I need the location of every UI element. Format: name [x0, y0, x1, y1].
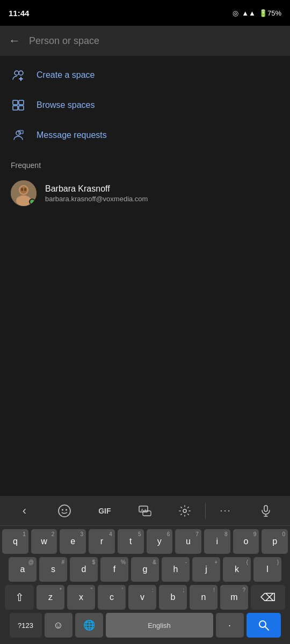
keyboard-back-btn[interactable]: ‹	[4, 496, 45, 525]
key-b[interactable]: ;b	[159, 585, 187, 610]
svg-point-28	[259, 621, 266, 627]
settings-btn[interactable]	[165, 496, 205, 525]
contact-name: Barbara Krasnoff	[45, 184, 279, 194]
key-g[interactable]: &g	[131, 557, 159, 582]
svg-point-1	[19, 71, 23, 75]
svg-point-15	[21, 188, 23, 191]
keyboard-row-4: ?123 ☺ 🌐 English ·	[2, 613, 288, 638]
create-space-label: Create a space	[37, 70, 95, 80]
key-o[interactable]: 9o	[233, 529, 259, 554]
key-w[interactable]: 2w	[31, 529, 57, 554]
translate-btn[interactable]: A あ	[125, 496, 165, 525]
key-f[interactable]: %f	[100, 557, 128, 582]
browse-spaces-icon	[11, 98, 26, 113]
svg-text:?: ?	[20, 130, 22, 134]
mic-btn[interactable]	[245, 496, 286, 525]
svg-point-0	[15, 71, 19, 75]
keyboard-row-3: ⇧ *z "x 'c :v ;b !n ?m ⌫	[2, 585, 288, 610]
key-y[interactable]: 6y	[147, 529, 173, 554]
svg-rect-7	[19, 106, 24, 110]
svg-point-19	[66, 509, 67, 510]
message-requests-icon: ?	[11, 128, 26, 143]
avatar	[11, 180, 37, 206]
svg-rect-4	[13, 100, 18, 105]
keyboard: ‹ GIF A あ ···	[0, 496, 290, 644]
svg-point-16	[24, 188, 26, 191]
key-shift[interactable]: ⇧	[5, 585, 34, 610]
svg-rect-6	[13, 106, 18, 110]
gif-btn[interactable]: GIF	[84, 496, 125, 525]
notification-icon: ◎	[233, 9, 238, 17]
key-s[interactable]: #s	[39, 557, 67, 582]
frequent-header: Frequent	[0, 155, 290, 174]
status-bar: 11:44 ◎ ▲▲ 🔋75%	[0, 0, 290, 26]
key-k[interactable]: (k	[223, 557, 251, 582]
key-symbols[interactable]: ?123	[10, 613, 42, 638]
keyboard-row-2: @a #s $d %f &g -h +j (k )l	[2, 557, 288, 582]
status-icons: ◎ ▲▲ 🔋75%	[233, 9, 281, 17]
key-v[interactable]: :v	[128, 585, 156, 610]
create-space-icon	[11, 68, 26, 83]
svg-point-24	[183, 509, 186, 513]
key-z[interactable]: *z	[37, 585, 64, 610]
contact-info: Barbara Krasnoff barbara.krasnoff@voxmed…	[45, 184, 279, 203]
svg-point-17	[59, 505, 70, 517]
svg-point-18	[62, 509, 63, 510]
menu-item-create-space[interactable]: Create a space	[0, 60, 290, 90]
key-h[interactable]: -h	[162, 557, 190, 582]
key-period[interactable]: ·	[216, 613, 244, 638]
emoji-btn[interactable]	[45, 496, 85, 525]
signal-icon: ▲▲	[242, 9, 256, 17]
key-language[interactable]: 🌐	[75, 613, 103, 638]
keyboard-toolbar: ‹ GIF A あ ···	[0, 496, 290, 526]
battery-icon: 🔋75%	[259, 9, 281, 17]
status-time: 11:44	[9, 9, 29, 18]
more-btn[interactable]: ···	[206, 496, 246, 525]
keyboard-row-1: 1q 2w 3e 4r 5t 6y 7u 8i 9o 0p	[2, 529, 288, 554]
svg-point-14	[20, 186, 27, 194]
browse-spaces-label: Browse spaces	[37, 100, 95, 110]
key-t[interactable]: 5t	[118, 529, 144, 554]
svg-rect-5	[19, 100, 24, 105]
key-q[interactable]: 1q	[2, 529, 28, 554]
key-a[interactable]: @a	[9, 557, 37, 582]
key-j[interactable]: +j	[192, 557, 220, 582]
key-r[interactable]: 4r	[89, 529, 115, 554]
menu-list: Create a space Browse spaces ? Message r…	[0, 56, 290, 155]
key-l[interactable]: )l	[253, 557, 281, 582]
contact-item[interactable]: Barbara Krasnoff barbara.krasnoff@voxmed…	[0, 174, 290, 213]
search-bar[interactable]: ← Person or space	[0, 26, 290, 56]
key-p[interactable]: 0p	[262, 529, 288, 554]
key-n[interactable]: !n	[190, 585, 218, 610]
key-backspace[interactable]: ⌫	[251, 585, 285, 610]
key-u[interactable]: 7u	[175, 529, 201, 554]
key-i[interactable]: 8i	[204, 529, 230, 554]
key-e[interactable]: 3e	[60, 529, 86, 554]
svg-rect-25	[264, 506, 267, 511]
contact-email: barbara.krasnoff@voxmedia.com	[45, 195, 279, 203]
key-search[interactable]	[247, 613, 281, 638]
svg-line-29	[265, 627, 269, 630]
menu-item-message-requests[interactable]: ? Message requests	[0, 120, 290, 150]
message-requests-label: Message requests	[37, 130, 107, 140]
keyboard-keys: 1q 2w 3e 4r 5t 6y 7u 8i 9o 0p @a #s $d %…	[0, 526, 290, 644]
online-indicator	[29, 199, 35, 205]
back-button[interactable]: ←	[9, 34, 20, 48]
key-smiley[interactable]: ☺	[45, 613, 73, 638]
menu-item-browse-spaces[interactable]: Browse spaces	[0, 90, 290, 120]
key-d[interactable]: $d	[70, 557, 98, 582]
key-x[interactable]: "x	[67, 585, 95, 610]
key-m[interactable]: ?m	[220, 585, 248, 610]
key-c[interactable]: 'c	[98, 585, 126, 610]
key-space[interactable]: English	[106, 613, 213, 638]
search-input[interactable]: Person or space	[29, 35, 281, 47]
